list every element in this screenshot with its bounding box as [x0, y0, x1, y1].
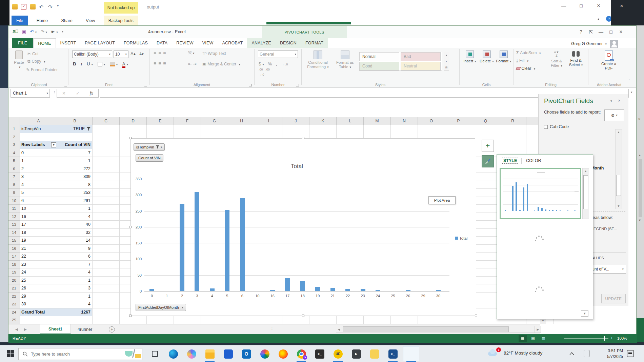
wrap-text-button[interactable]: ⮒ Wrap Text	[202, 51, 226, 56]
taskbar-app-notes-app[interactable]	[365, 345, 384, 362]
insert-function-icon[interactable]: fx	[90, 90, 93, 96]
chart-styles-button[interactable]	[482, 155, 494, 167]
row-header-19[interactable]: 19	[8, 268, 20, 277]
cell-B25[interactable]	[57, 316, 93, 324]
tab-splitter[interactable]: ⁞	[271, 327, 273, 330]
column-header-Q[interactable]: Q	[472, 117, 499, 125]
cell-B12[interactable]: 4	[57, 213, 93, 221]
cells-delete-button[interactable]: Delete▾	[479, 51, 495, 64]
search-box[interactable]	[18, 348, 142, 360]
selection-handle[interactable]	[129, 315, 132, 317]
row-header-22[interactable]: 22	[8, 293, 20, 301]
italic-button[interactable]: I	[81, 61, 82, 66]
field-item-cab-code[interactable]: Cab Code	[544, 124, 569, 129]
cell-style-bad[interactable]: Bad	[401, 52, 441, 61]
selection-handle[interactable]	[129, 137, 132, 139]
sheet-tab-sheet1[interactable]: Sheet1	[40, 324, 71, 335]
namebox-splitter[interactable]: ⋮	[53, 90, 56, 95]
hscroll-left-icon[interactable]: ◀	[336, 326, 342, 333]
row-header-13[interactable]: 13	[8, 221, 20, 229]
orientation-icon[interactable]: ⤧▾	[188, 51, 195, 56]
cell-A12[interactable]: 16	[20, 213, 57, 221]
cell-style-good[interactable]: Good	[359, 62, 399, 71]
cell-B4[interactable]: 7	[57, 149, 93, 157]
cell-A20[interactable]: 25	[20, 277, 57, 285]
scrollbar-thumb[interactable]	[616, 175, 621, 196]
cell-B5[interactable]: 1	[57, 157, 93, 165]
cell-A21[interactable]: 26	[20, 284, 57, 293]
cell-B7[interactable]: 309	[57, 173, 93, 181]
fields-list-scrollbar[interactable]: ▲ ▼	[615, 129, 622, 209]
cell-B20[interactable]: 1	[57, 277, 93, 285]
row-header-14[interactable]: 14	[8, 229, 20, 237]
chart-bar[interactable]	[376, 290, 380, 291]
cell-A13[interactable]: 17	[20, 221, 57, 229]
column-header-H[interactable]: H	[228, 117, 255, 125]
underline-button[interactable]: U	[87, 61, 90, 66]
add-sheet-button[interactable]: +	[109, 326, 115, 333]
row-labels-filter-icon[interactable]: ▾	[51, 142, 56, 147]
device-indicator-icon[interactable]	[584, 350, 589, 357]
ribbon-tab-format[interactable]: FORMAT	[301, 38, 328, 48]
zoom-slider-track[interactable]	[564, 338, 608, 339]
show-hidden-icons-chevron[interactable]	[569, 352, 574, 355]
sort-filter-button[interactable]: A▼Z Sort & Filter▾	[548, 51, 565, 68]
close-icon[interactable]: ×	[593, 3, 604, 9]
row-header-1[interactable]: 1	[8, 125, 20, 133]
undo-icon[interactable]: ↶	[39, 4, 44, 9]
checkbox-icon[interactable]	[21, 4, 26, 9]
grow-font-icon[interactable]: A▴	[130, 51, 136, 56]
column-header-F[interactable]: F	[174, 117, 201, 125]
chart-bar[interactable]	[300, 281, 305, 291]
ribbon-tab-review[interactable]: REVIEW	[172, 38, 198, 48]
chart-value-button[interactable]: Count of VIN	[136, 154, 163, 162]
ribbon-tab-analyze[interactable]: ANALYZE	[247, 38, 275, 48]
column-header-I[interactable]: I	[255, 117, 282, 125]
ribbon-tab-home[interactable]: HOME	[33, 38, 56, 48]
cell-B3[interactable]: Count of VIN	[57, 141, 93, 149]
minimize-icon[interactable]: —	[597, 29, 605, 35]
cell-A11[interactable]: 10	[20, 205, 57, 213]
cell-B19[interactable]: 4	[57, 268, 93, 277]
cell-A9[interactable]: 5	[20, 189, 57, 197]
cell-B24[interactable]: 1267	[57, 308, 93, 317]
chart-bar[interactable]	[240, 198, 245, 291]
bold-button[interactable]: B	[73, 61, 76, 66]
cell-A1[interactable]: isTempVin	[20, 125, 57, 133]
flyout-scroll-down[interactable]: ▼	[581, 310, 588, 317]
taskbar-app-photos[interactable]	[256, 345, 274, 362]
taskbar-app-ue-editor[interactable]: UE	[329, 345, 347, 362]
fill-color-icon[interactable]	[110, 62, 115, 66]
column-header-C[interactable]: C	[93, 117, 120, 125]
chart-bar[interactable]	[315, 287, 320, 291]
selection-handle[interactable]	[475, 137, 477, 139]
zoom-in-icon[interactable]: +	[610, 336, 613, 341]
dialog-launcher-icon[interactable]	[249, 84, 252, 86]
chart-bar[interactable]	[285, 278, 290, 291]
column-header-E[interactable]: E	[147, 117, 174, 125]
font-color-icon[interactable]: A	[122, 61, 125, 68]
cell-B14[interactable]: 32	[57, 229, 93, 237]
explorer-tab-file[interactable]: File	[12, 16, 28, 25]
maximize-icon[interactable]: □	[606, 29, 615, 35]
zoom-level[interactable]: 100%	[617, 336, 627, 340]
weather-text[interactable]: 82°F Mostly cloudy	[504, 350, 542, 356]
borders-icon[interactable]	[98, 62, 102, 66]
row-header-3[interactable]: 3	[8, 141, 20, 149]
chart-bar[interactable]	[391, 291, 396, 291]
hscroll-right-icon[interactable]: ▶	[535, 326, 541, 333]
ribbon-tab-design[interactable]: DESIGN	[276, 38, 301, 48]
number-format-select[interactable]: General▾	[258, 51, 298, 58]
row-header-23[interactable]: 23	[8, 300, 20, 308]
column-header-A[interactable]: A	[20, 117, 57, 125]
cell-B6[interactable]: 272	[57, 165, 93, 173]
chart-bar[interactable]	[149, 289, 154, 291]
row-header-16[interactable]: 16	[8, 245, 20, 253]
cells-format-button[interactable]: Format▾	[496, 51, 511, 64]
chart-bar[interactable]	[255, 291, 260, 291]
indent-icons[interactable]: ⇤ ⇥	[188, 61, 196, 66]
ribbon-tab-formulas[interactable]: FORMULAS	[119, 38, 152, 48]
normal-view-icon[interactable]: ▦	[519, 335, 527, 342]
explorer-tab-share[interactable]: Share	[56, 16, 77, 25]
ribbon-tab-page-layout[interactable]: PAGE LAYOUT	[80, 38, 119, 48]
